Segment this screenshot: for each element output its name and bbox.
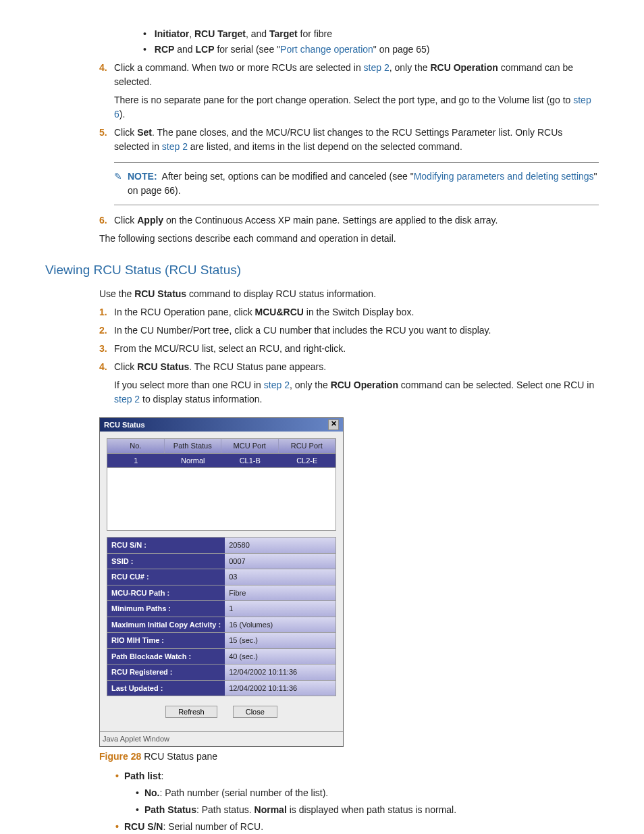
status-row: Last Updated :12/04/2002 10:11:36 — [107, 680, 336, 697]
status-row: Path Blockade Watch :40 (sec.) — [107, 648, 336, 665]
note-box: ✎ NOTE: After being set, options can be … — [114, 162, 599, 205]
vstep-1: 1. In the RCU Operation pane, click MCU&… — [99, 305, 599, 319]
status-row: RCU CU# :03 — [107, 569, 336, 585]
vstep-2: 2. In the CU Number/Port tree, click a C… — [99, 323, 599, 338]
step-6: 6. Click Apply on the Continuous Access … — [99, 213, 599, 228]
bullet-fibre: • Initiator, RCU Target, and Target for … — [143, 27, 599, 41]
vstep-3: 3. From the MCU/RCU list, select an RCU,… — [99, 342, 599, 356]
path-table-row[interactable]: 1 Normal CL1-B CL2-E — [107, 454, 336, 469]
status-row: SSID :0007 — [107, 553, 336, 570]
link-step2-a[interactable]: step 2 — [364, 62, 390, 73]
applet-label: Java Applet Window — [100, 731, 343, 746]
close-icon[interactable]: ✕ — [328, 419, 339, 430]
path-table-empty-area — [107, 468, 336, 531]
definition-list: •Path list: •No.: Path number (serial nu… — [99, 769, 599, 835]
close-button[interactable]: Close — [233, 706, 277, 718]
path-table-header: No. Path Status MCU Port RCU Port — [107, 438, 336, 454]
status-row: Maximum Initial Copy Activity :16 (Volum… — [107, 617, 336, 633]
link-step2-d[interactable]: step 2 — [114, 394, 140, 405]
panel-titlebar: RCU Status ✕ — [100, 418, 343, 432]
document-page: • Initiator, RCU Target, and Target for … — [45, 27, 599, 834]
link-step2-c[interactable]: step 2 — [264, 380, 290, 390]
status-row: MCU-RCU Path :Fibre — [107, 585, 336, 602]
figure-caption: Figure 28 RCU Status pane — [99, 750, 599, 764]
status-row: RIO MIH Time :15 (sec.) — [107, 632, 336, 649]
note-icon: ✎ — [114, 170, 122, 198]
link-port-change[interactable]: Port change operation — [280, 44, 373, 55]
following-paragraph: The following sections describe each com… — [99, 232, 599, 246]
link-step2-b[interactable]: step 2 — [162, 141, 188, 152]
refresh-button[interactable]: Refresh — [165, 706, 217, 718]
status-row: RCU Registered :12/04/2002 10:11:36 — [107, 664, 336, 681]
step-4: 4. Click a command. When two or more RCU… — [99, 61, 599, 89]
step-5: 5. Click Set. The pane closes, and the M… — [99, 126, 599, 154]
vstep-4-extra: If you select more than one RCU in step … — [114, 378, 599, 407]
section-heading: Viewing RCU Status (RCU Status) — [45, 261, 599, 280]
status-row: RCU S/N :20580 — [107, 537, 336, 554]
bullet-serial: • RCP and LCP for serial (see "Port chan… — [143, 43, 599, 57]
status-row: Minimum Paths :1 — [107, 600, 336, 617]
vstep-4: 4. Click RCU Status. The RCU Status pane… — [99, 360, 599, 374]
link-modify-params[interactable]: Modifying parameters and deleting settin… — [414, 171, 594, 182]
step-4-extra: There is no separate pane for the port c… — [114, 93, 599, 122]
rcu-status-panel: RCU Status ✕ No. Path Status MCU Port RC… — [99, 417, 344, 747]
use-paragraph: Use the RCU Status command to display RC… — [99, 287, 599, 301]
